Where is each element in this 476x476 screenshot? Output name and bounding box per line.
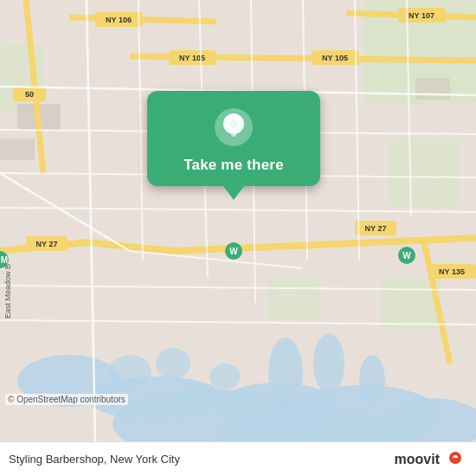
- svg-text:East Meadow B: East Meadow B: [3, 264, 12, 318]
- svg-rect-16: [389, 138, 459, 208]
- location-popup[interactable]: Take me there: [134, 91, 333, 200]
- svg-rect-20: [0, 138, 35, 160]
- bottom-bar: Styling Barbershop, New York City moovit: [0, 441, 476, 476]
- moovit-logo: moovit: [395, 451, 467, 468]
- svg-text:NY 107: NY 107: [408, 11, 434, 20]
- svg-text:M: M: [1, 255, 8, 265]
- copyright-text: © OpenStreetMap contributors: [5, 394, 128, 405]
- svg-text:NY 135: NY 135: [439, 267, 465, 276]
- svg-point-12: [156, 348, 190, 379]
- svg-text:50: 50: [25, 90, 34, 99]
- svg-point-71: [231, 133, 236, 137]
- svg-point-8: [268, 338, 303, 407]
- map-area: NY 106 NY 107 NY 105 NY 105 50 NY 27 NY …: [0, 0, 476, 441]
- map-svg: NY 106 NY 107 NY 105 NY 105 50 NY 27 NY …: [0, 0, 476, 441]
- popup-box[interactable]: Take me there: [147, 91, 320, 186]
- svg-text:W: W: [229, 247, 238, 256]
- svg-point-9: [313, 333, 344, 394]
- svg-point-13: [209, 363, 241, 389]
- popup-arrow: [223, 186, 244, 200]
- moovit-brand-icon: [443, 451, 467, 468]
- svg-text:NY 105: NY 105: [322, 54, 348, 62]
- moovit-logo-text: moovit: [395, 452, 440, 467]
- place-name: Styling Barbershop, New York City: [9, 453, 180, 466]
- svg-rect-21: [415, 78, 450, 100]
- popup-label: Take me there: [183, 157, 284, 174]
- svg-rect-17: [268, 277, 320, 320]
- svg-text:W: W: [402, 251, 411, 261]
- location-pin-icon: [213, 106, 254, 148]
- svg-point-11: [108, 355, 151, 389]
- svg-point-10: [359, 355, 385, 407]
- svg-text:NY 106: NY 106: [106, 16, 132, 24]
- svg-text:NY 27: NY 27: [36, 240, 58, 248]
- svg-text:NY 27: NY 27: [365, 224, 387, 233]
